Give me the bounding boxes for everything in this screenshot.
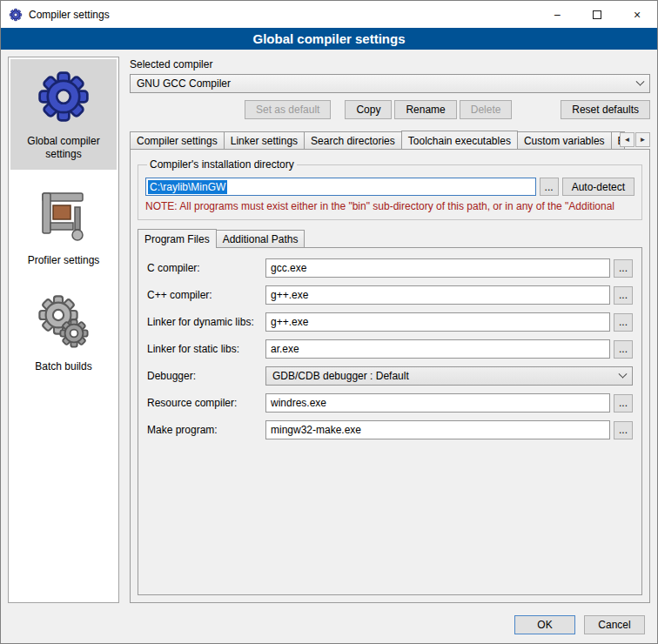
- minimize-button[interactable]: −: [537, 1, 577, 28]
- dialog-body: Global compiler settings Profiler settin…: [1, 50, 657, 610]
- c-compiler-input[interactable]: [265, 258, 610, 278]
- browse-resource-compiler-button[interactable]: ...: [614, 394, 633, 413]
- tab-compiler-settings[interactable]: Compiler settings: [130, 131, 225, 149]
- clamp-icon: [32, 185, 95, 246]
- tab-additional-paths[interactable]: Additional Paths: [216, 230, 306, 247]
- installation-note: NOTE: All programs must exist either in …: [145, 200, 634, 212]
- program-files-tabstrip: Program Files Additional Paths: [138, 229, 642, 247]
- rename-button[interactable]: Rename: [394, 100, 456, 119]
- global-compiler-settings-panel: Selected compiler GNU GCC Compiler Set a…: [130, 57, 650, 603]
- installation-directory-label: Compiler's installation directory: [147, 158, 297, 171]
- resource-compiler-input[interactable]: [265, 393, 610, 413]
- installation-directory-row: C:\raylib\MinGW ... Auto-detect: [145, 178, 634, 196]
- debugger-select[interactable]: GDB/CDB debugger : Default: [265, 366, 633, 386]
- maximize-button[interactable]: [577, 1, 617, 28]
- field-row: Make program: ...: [147, 420, 633, 439]
- debugger-select-value: GDB/CDB debugger : Default: [272, 370, 409, 382]
- delete-button: Delete: [460, 100, 513, 119]
- make-program-input[interactable]: [265, 420, 610, 439]
- cancel-button[interactable]: Cancel: [584, 615, 645, 634]
- dynamic-libs-linker-label: Linker for dynamic libs:: [147, 316, 262, 328]
- chevron-down-icon: [619, 369, 628, 378]
- gray-gears-icon: [32, 292, 95, 352]
- reset-defaults-button[interactable]: Reset defaults: [561, 100, 650, 119]
- close-button[interactable]: ×: [617, 1, 657, 28]
- field-row: Linker for dynamic libs: ...: [147, 312, 633, 332]
- installation-directory-value: C:\raylib\MinGW: [148, 180, 227, 194]
- c-compiler-label: C compiler:: [147, 262, 262, 274]
- browse-cpp-compiler-button[interactable]: ...: [614, 286, 633, 305]
- program-files-panel: C compiler: ... C++ compiler: ... Linker…: [138, 247, 642, 595]
- app-icon: [9, 8, 23, 22]
- titlebar: Compiler settings − ×: [1, 1, 657, 28]
- browse-c-compiler-button[interactable]: ...: [614, 259, 633, 278]
- compiler-select[interactable]: GNU GCC Compiler: [130, 74, 650, 93]
- selected-compiler-label: Selected compiler: [130, 58, 650, 70]
- auto-detect-button[interactable]: Auto-detect: [562, 178, 634, 196]
- chevron-down-icon: [636, 77, 645, 85]
- left-arrow-icon: ◄: [624, 136, 631, 144]
- field-row: Debugger: GDB/CDB debugger : Default: [147, 366, 633, 386]
- minimize-icon: −: [554, 8, 561, 22]
- settings-category-list: Global compiler settings Profiler settin…: [8, 57, 119, 603]
- sidebar-item-profiler-settings[interactable]: Profiler settings: [10, 178, 117, 276]
- installation-directory-input[interactable]: C:\raylib\MinGW: [145, 178, 536, 196]
- field-row: Linker for static libs: ...: [147, 339, 633, 359]
- tab-toolchain-executables[interactable]: Toolchain executables: [401, 131, 518, 149]
- maximize-icon: [593, 10, 601, 19]
- field-row: C++ compiler: ...: [147, 285, 633, 305]
- sidebar-item-batch-builds[interactable]: Batch builds: [10, 285, 117, 382]
- page-title: Global compiler settings: [1, 28, 657, 50]
- tab-scroll-right-button[interactable]: ►: [635, 132, 650, 147]
- field-row: Resource compiler: ...: [147, 393, 633, 413]
- window-title: Compiler settings: [29, 9, 110, 21]
- tab-program-files[interactable]: Program Files: [138, 229, 217, 248]
- cpp-compiler-input[interactable]: [265, 285, 610, 305]
- sidebar-item-label: Profiler settings: [28, 254, 100, 267]
- make-program-label: Make program:: [147, 424, 262, 436]
- installation-directory-group: Compiler's installation directory C:\ray…: [138, 158, 642, 220]
- window-controls: − ×: [537, 1, 657, 28]
- set-as-default-button: Set as default: [245, 100, 331, 119]
- browse-static-linker-button[interactable]: ...: [614, 340, 633, 359]
- ok-button[interactable]: OK: [514, 615, 575, 634]
- dialog-footer: OK Cancel: [1, 610, 657, 643]
- static-libs-linker-input[interactable]: [265, 339, 610, 359]
- compiler-actions: Set as default Copy Rename Delete Reset …: [130, 100, 650, 119]
- browse-dynamic-linker-button[interactable]: ...: [614, 313, 633, 332]
- compiler-select-value: GNU GCC Compiler: [137, 77, 231, 90]
- toolchain-executables-page: Compiler's installation directory C:\ray…: [130, 149, 650, 603]
- tab-search-directories[interactable]: Search directories: [304, 131, 402, 149]
- browse-make-program-button[interactable]: ...: [614, 421, 633, 439]
- tab-scroll-left-button[interactable]: ◄: [620, 132, 634, 147]
- right-arrow-icon: ►: [640, 136, 647, 144]
- copy-button[interactable]: Copy: [345, 100, 392, 119]
- close-icon: ×: [634, 8, 641, 22]
- debugger-label: Debugger:: [147, 370, 262, 382]
- tab-scroll-arrows: ◄ ►: [620, 132, 650, 147]
- resource-compiler-label: Resource compiler:: [147, 397, 262, 409]
- tab-custom-variables[interactable]: Custom variables: [517, 131, 612, 149]
- tab-linker-settings[interactable]: Linker settings: [224, 131, 305, 149]
- settings-tabstrip: Compiler settings Linker settings Search…: [130, 131, 650, 149]
- compiler-settings-window: Compiler settings − × Global compiler se…: [0, 0, 658, 644]
- sidebar-item-global-compiler-settings[interactable]: Global compiler settings: [10, 59, 117, 170]
- sidebar-item-label: Global compiler settings: [14, 135, 113, 161]
- field-row: C compiler: ...: [147, 258, 633, 278]
- sidebar-item-label: Batch builds: [35, 360, 91, 373]
- blue-gear-icon: [32, 66, 95, 127]
- browse-directory-button[interactable]: ...: [540, 178, 559, 196]
- cpp-compiler-label: C++ compiler:: [147, 289, 262, 301]
- dynamic-libs-linker-input[interactable]: [265, 312, 610, 332]
- static-libs-linker-label: Linker for static libs:: [147, 343, 262, 355]
